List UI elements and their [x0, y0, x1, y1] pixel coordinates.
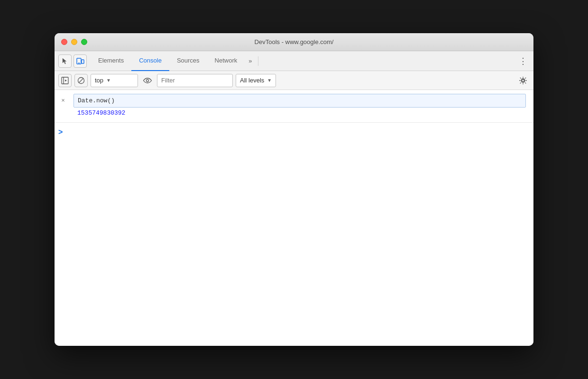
- window-title: DevTools - www.google.com/: [255, 38, 334, 45]
- console-output: 1535749830392: [74, 108, 532, 118]
- console-toolbar: top ▼ All levels ▼: [55, 71, 533, 90]
- context-selector[interactable]: top ▼: [91, 74, 138, 87]
- svg-point-9: [522, 79, 524, 81]
- minimize-button[interactable]: [71, 39, 77, 45]
- tab-menu-button[interactable]: ⋮: [516, 54, 530, 68]
- entry-close-button[interactable]: ×: [61, 97, 65, 104]
- clear-console-button[interactable]: [74, 74, 88, 87]
- inspect-icon[interactable]: [58, 54, 72, 68]
- devtools-window: DevTools - www.google.com/ Elements: [55, 33, 533, 346]
- close-button[interactable]: [61, 39, 67, 45]
- svg-rect-1: [82, 60, 84, 63]
- entry-gutter: ×: [55, 90, 72, 104]
- tab-elements[interactable]: Elements: [91, 51, 131, 71]
- title-bar: DevTools - www.google.com/: [55, 33, 533, 51]
- console-entry: × 1535749830392: [55, 90, 533, 123]
- settings-button[interactable]: [516, 74, 530, 87]
- svg-marker-5: [65, 80, 67, 81]
- tab-bar: Elements Console Sources Network » ⋮: [55, 51, 533, 71]
- console-input[interactable]: [74, 94, 526, 108]
- device-icon[interactable]: [74, 54, 87, 68]
- svg-line-7: [79, 78, 83, 83]
- console-prompt-line: >: [55, 123, 533, 142]
- console-content: × 1535749830392 >: [55, 90, 533, 346]
- tab-sources[interactable]: Sources: [169, 51, 207, 71]
- tab-icons: [58, 54, 87, 68]
- tab-network[interactable]: Network: [207, 51, 245, 71]
- filter-input[interactable]: [157, 74, 233, 87]
- tab-more-button[interactable]: »: [245, 54, 256, 68]
- tab-console[interactable]: Console: [131, 51, 169, 71]
- tab-separator: [258, 56, 258, 66]
- svg-point-8: [147, 79, 149, 81]
- prompt-chevron[interactable]: >: [58, 128, 63, 136]
- live-expressions-button[interactable]: [141, 74, 154, 87]
- log-levels-selector[interactable]: All levels ▼: [236, 74, 276, 87]
- entry-input-area: 1535749830392: [72, 90, 533, 122]
- maximize-button[interactable]: [81, 39, 87, 45]
- traffic-lights: [61, 39, 87, 45]
- sidebar-toggle-button[interactable]: [58, 74, 72, 87]
